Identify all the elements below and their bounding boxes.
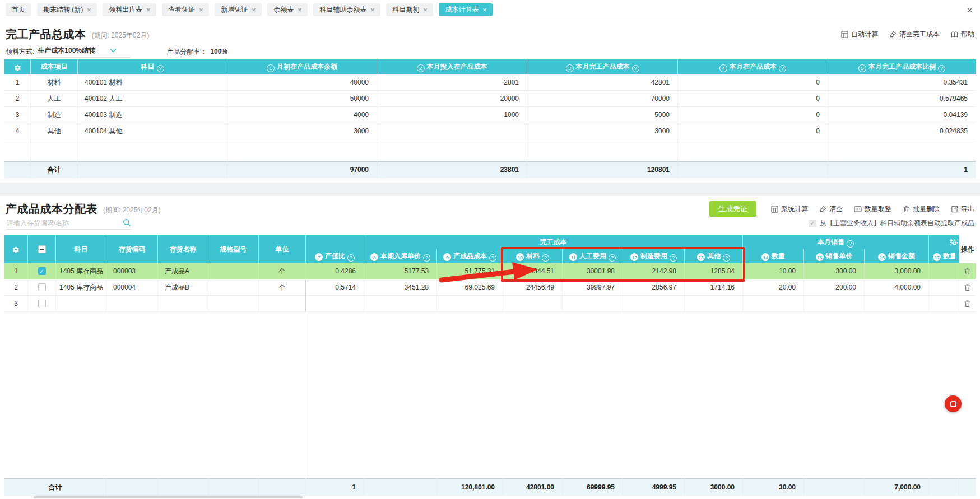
generate-voucher-button[interactable]: 生成凭证 [709,201,756,217]
gear-icon[interactable] [4,59,31,74]
help-icon[interactable]: ? [347,254,355,262]
help-icon[interactable]: ? [542,254,549,262]
chevron-down-icon [110,48,117,53]
clear-finished-cost-button[interactable]: 清空完工成本 [889,30,940,39]
trash-icon [903,206,910,213]
help-icon[interactable]: ? [847,240,854,248]
tab-bar: 首页 期末结转 (新)× 领料出库表× 查看凭证× 新增凭证× 余额表× 科目辅… [0,0,980,20]
export-button[interactable]: 导出 [951,204,974,214]
delete-row-button[interactable] [959,263,976,279]
close-icon[interactable]: × [965,5,974,15]
search-icon[interactable] [123,218,131,227]
col-header-inv-name: 存货名称 [158,235,208,263]
table-row: 4 其他 400104 其他 3000 3000 0 0.024835 [4,123,976,139]
calculator-icon [841,31,848,38]
cell-finished: 5000 [527,107,678,123]
cell-ratio: 0.579465 [828,91,976,107]
section1-period: (期间: 2025年02月) [92,31,150,40]
cell-input: 1000 [377,107,527,123]
help-icon[interactable]: ? [609,254,616,262]
cell-sale-amount: 3,000.00 [865,263,929,279]
close-icon[interactable]: × [423,7,427,13]
row-checkbox[interactable] [28,296,56,312]
cell-spec [208,279,259,296]
table-row: 3 [4,296,976,312]
cell-code [106,296,158,312]
total-product-cost: 120,801.00 [437,478,503,496]
help-icon[interactable]: ? [423,254,430,262]
close-icon[interactable]: × [370,7,374,13]
tab-home[interactable]: 首页 [6,3,31,16]
tab-period-end-carryover[interactable]: 期末结转 (新)× [37,3,97,16]
cell-material [503,296,563,312]
help-icon[interactable]: ? [632,65,639,72]
material-mode-label: 领料方式: [6,47,34,57]
close-icon[interactable]: × [199,7,203,13]
total-row: 合计 97000 23801 120801 1 [4,161,976,178]
help-icon[interactable]: ? [670,254,677,262]
cell-subject: 400104 其他 [78,123,227,139]
help-button[interactable]: 帮助 [951,30,974,39]
cell-input [377,123,527,139]
delete-row-button[interactable] [959,296,976,312]
tab-material-outbound[interactable]: 领料出库表× [103,3,156,16]
clear-button[interactable]: 清空 [819,204,843,214]
batch-delete-button[interactable]: 批量删除 [903,204,940,214]
frozen-pane-divider [306,312,306,478]
row-no: 1 [4,74,31,91]
section2-period: (期间: 2025年02月) [103,206,161,215]
material-mode-select[interactable]: 生产成本100%结转 [36,46,131,58]
help-icon[interactable]: ? [723,254,730,262]
finished-product-total-cost-section: 完工产品总成本 (期间: 2025年02月) 自动计算 清空完工成本 帮助 领料… [0,20,980,183]
cell-finished: 42801 [527,74,678,91]
table-row-selected: 1 ✓ 1405 库存商品 000003 产成品A 个 0.4286 5177.… [4,263,976,279]
floating-helper-button[interactable] [945,395,962,412]
auto-extract-option[interactable]: ✓ 从【主营业务收入】科目辅助余额表自动提取产成品 [809,218,974,228]
close-icon[interactable]: × [252,7,256,13]
tab-balance-sheet[interactable]: 余额表× [267,3,308,16]
product-cost-allocation-section: 产成品成本分配表 (期间: 2025年02月) 生成凭证 系统计算 清空 数量取… [0,196,980,499]
row-checkbox[interactable]: ✓ [28,263,56,279]
search-input[interactable] [7,219,123,227]
cell-cost-item: 人工 [31,91,78,107]
total-inbound-price [364,478,437,496]
tab-new-voucher[interactable]: 新增凭证× [215,3,262,16]
cell-input: 20000 [377,91,527,107]
gear-icon[interactable] [4,235,28,263]
close-icon[interactable]: × [482,7,486,13]
delete-row-button[interactable] [959,279,976,296]
tab-account-opening[interactable]: 科目期初× [386,3,433,16]
total-label: 合计 [31,161,78,178]
auto-extract-label: 从【主营业务收入】科目辅助余额表自动提取产成品 [820,218,974,228]
auto-calculate-button[interactable]: 自动计算 [841,30,878,39]
close-icon[interactable]: × [298,7,301,13]
tab-cost-calc-active[interactable]: 成本计算表× [439,3,493,16]
help-icon[interactable]: ? [938,65,945,72]
tab-aux-balance[interactable]: 科目辅助余额表× [313,3,380,16]
select-all-checkbox[interactable] [28,235,56,263]
cell-unit: 个 [259,263,306,279]
allocation-total-table: 合计 1 120,801.00 42801.00 69999.95 4999.9… [4,478,976,496]
cell-labor: 39997.97 [563,279,623,296]
checkbox-checked-disabled[interactable]: ✓ [809,220,816,227]
close-icon[interactable]: × [146,7,150,13]
help-icon[interactable]: ? [157,65,164,72]
row-no: 4 [4,123,31,139]
close-icon[interactable]: × [87,7,91,13]
round-quantity-button[interactable]: 数量取整 [854,204,891,214]
horizontal-scrollbar[interactable] [4,496,976,499]
scrollbar-thumb[interactable] [34,496,303,498]
total-other: 3000.00 [685,478,743,496]
cell-inbound-price: 3451.28 [364,279,437,296]
system-calculate-button[interactable]: 系统计算 [771,204,808,214]
cell-qty: 20.00 [743,279,804,296]
total-row: 合计 1 120,801.00 42801.00 69999.95 4999.9… [4,478,976,496]
help-icon[interactable]: ? [779,65,786,72]
cell-manufacture: 2856.97 [623,279,685,296]
cell-input: 2801 [377,74,527,91]
col-header-inbound-price: 8本期入库单价? [364,249,437,263]
help-icon[interactable]: ? [489,254,496,262]
row-checkbox[interactable] [28,279,56,296]
tab-view-voucher[interactable]: 查看凭证× [162,3,209,16]
cell-ratio: 0.024835 [828,123,976,139]
